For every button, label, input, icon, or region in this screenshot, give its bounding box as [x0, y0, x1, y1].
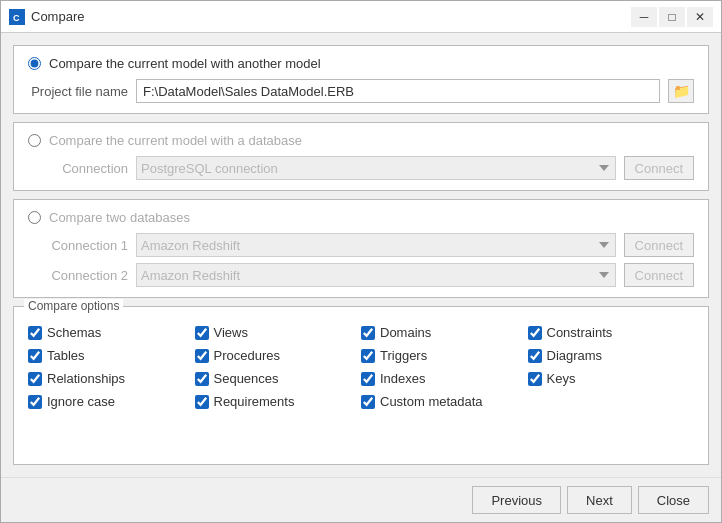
checkbox-item-ignore_case: Ignore case — [28, 394, 195, 409]
option3-label[interactable]: Compare two databases — [49, 210, 190, 225]
checkbox-keys[interactable] — [528, 372, 542, 386]
checkbox-tables[interactable] — [28, 349, 42, 363]
svg-text:C: C — [13, 13, 20, 23]
checkbox-label-keys[interactable]: Keys — [547, 371, 576, 386]
connection-select[interactable]: PostgreSQL connection — [136, 156, 616, 180]
next-button[interactable]: Next — [567, 486, 632, 514]
connection2-select[interactable]: Amazon Redshift — [136, 263, 616, 287]
checkbox-constraints[interactable] — [528, 326, 542, 340]
checkbox-item-indexes: Indexes — [361, 371, 528, 386]
folder-browse-button[interactable]: 📁 — [668, 79, 694, 103]
checkbox-label-requirements[interactable]: Requirements — [214, 394, 295, 409]
checkbox-label-tables[interactable]: Tables — [47, 348, 85, 363]
connect-button-opt3-2[interactable]: Connect — [624, 263, 694, 287]
option2-radio[interactable] — [28, 134, 41, 147]
checkbox-label-constraints[interactable]: Constraints — [547, 325, 613, 340]
checkbox-label-procedures[interactable]: Procedures — [214, 348, 280, 363]
checkbox-item-views: Views — [195, 325, 362, 340]
checkbox-views[interactable] — [195, 326, 209, 340]
checkbox-item-relationships: Relationships — [28, 371, 195, 386]
checkbox-domains[interactable] — [361, 326, 375, 340]
checkbox-label-domains[interactable]: Domains — [380, 325, 431, 340]
option3-radio[interactable] — [28, 211, 41, 224]
checkbox-label-sequences[interactable]: Sequences — [214, 371, 279, 386]
checkbox-item-procedures: Procedures — [195, 348, 362, 363]
checkbox-item-diagrams: Diagrams — [528, 348, 695, 363]
checkbox-label-relationships[interactable]: Relationships — [47, 371, 125, 386]
option3-connection2-row: Connection 2 Amazon Redshift Connect — [28, 263, 694, 287]
window-title: Compare — [31, 9, 631, 24]
checkbox-grid: SchemasViewsDomainsConstraintsTablesProc… — [28, 325, 694, 409]
checkbox-item-sequences: Sequences — [195, 371, 362, 386]
minimize-button[interactable]: ─ — [631, 7, 657, 27]
close-window-button[interactable]: ✕ — [687, 7, 713, 27]
compare-options-label: Compare options — [24, 299, 123, 313]
project-file-label: Project file name — [28, 84, 128, 99]
connect-button-opt3-1[interactable]: Connect — [624, 233, 694, 257]
checkbox-item-tables: Tables — [28, 348, 195, 363]
connect-button-opt2[interactable]: Connect — [624, 156, 694, 180]
previous-button[interactable]: Previous — [472, 486, 561, 514]
checkbox-schemas[interactable] — [28, 326, 42, 340]
close-button[interactable]: Close — [638, 486, 709, 514]
option3-row: Compare two databases — [28, 210, 694, 225]
dialog-content: Compare the current model with another m… — [1, 33, 721, 477]
checkbox-item-constraints: Constraints — [528, 325, 695, 340]
checkbox-item-domains: Domains — [361, 325, 528, 340]
title-bar: C Compare ─ □ ✕ — [1, 1, 721, 33]
checkbox-item-schemas: Schemas — [28, 325, 195, 340]
option2-field-row: Connection PostgreSQL connection Connect — [28, 156, 694, 180]
checkbox-requirements[interactable] — [195, 395, 209, 409]
option3-group: Compare two databases Connection 1 Amazo… — [13, 199, 709, 298]
checkbox-label-schemas[interactable]: Schemas — [47, 325, 101, 340]
window-controls: ─ □ ✕ — [631, 7, 713, 27]
dialog-footer: Previous Next Close — [1, 477, 721, 522]
checkbox-label-custom_metadata[interactable]: Custom metadata — [380, 394, 483, 409]
project-file-input[interactable] — [136, 79, 660, 103]
checkbox-custom_metadata[interactable] — [361, 395, 375, 409]
connection2-label: Connection 2 — [28, 268, 128, 283]
checkbox-item-custom_metadata: Custom metadata — [361, 394, 528, 409]
connection1-select[interactable]: Amazon Redshift — [136, 233, 616, 257]
option1-label[interactable]: Compare the current model with another m… — [49, 56, 321, 71]
connection1-label: Connection 1 — [28, 238, 128, 253]
checkbox-indexes[interactable] — [361, 372, 375, 386]
window-icon: C — [9, 9, 25, 25]
option1-field-row: Project file name 📁 — [28, 79, 694, 103]
checkbox-triggers[interactable] — [361, 349, 375, 363]
option3-connection1-row: Connection 1 Amazon Redshift Connect — [28, 233, 694, 257]
checkbox-sequences[interactable] — [195, 372, 209, 386]
checkbox-ignore_case[interactable] — [28, 395, 42, 409]
option1-row: Compare the current model with another m… — [28, 56, 694, 71]
option1-radio[interactable] — [28, 57, 41, 70]
checkbox-label-views[interactable]: Views — [214, 325, 248, 340]
checkbox-item-requirements: Requirements — [195, 394, 362, 409]
option2-label[interactable]: Compare the current model with a databas… — [49, 133, 302, 148]
option2-group: Compare the current model with a databas… — [13, 122, 709, 191]
compare-dialog: C Compare ─ □ ✕ Compare the current mode… — [0, 0, 722, 523]
maximize-button[interactable]: □ — [659, 7, 685, 27]
checkbox-label-diagrams[interactable]: Diagrams — [547, 348, 603, 363]
checkbox-procedures[interactable] — [195, 349, 209, 363]
compare-options-group: Compare options SchemasViewsDomainsConst… — [13, 306, 709, 465]
folder-icon: 📁 — [673, 83, 690, 99]
checkbox-diagrams[interactable] — [528, 349, 542, 363]
option1-group: Compare the current model with another m… — [13, 45, 709, 114]
checkbox-label-ignore_case[interactable]: Ignore case — [47, 394, 115, 409]
connection-label: Connection — [28, 161, 128, 176]
checkbox-label-indexes[interactable]: Indexes — [380, 371, 426, 386]
checkbox-relationships[interactable] — [28, 372, 42, 386]
option2-row: Compare the current model with a databas… — [28, 133, 694, 148]
checkbox-item-triggers: Triggers — [361, 348, 528, 363]
checkbox-item-keys: Keys — [528, 371, 695, 386]
checkbox-label-triggers[interactable]: Triggers — [380, 348, 427, 363]
